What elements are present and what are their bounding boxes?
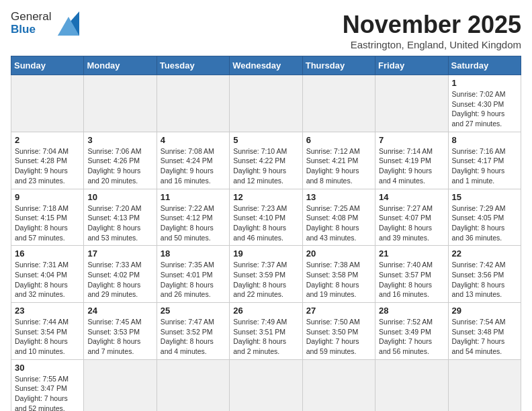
- day-number: 8: [452, 135, 517, 145]
- weekday-header-tuesday: Tuesday: [157, 56, 229, 75]
- day-info: Sunrise: 7:35 AMSunset: 4:01 PMDaylight:…: [161, 260, 226, 300]
- calendar-cell: [84, 75, 157, 132]
- calendar-cell: 30Sunrise: 7:55 AMSunset: 3:47 PMDayligh…: [11, 359, 84, 411]
- calendar-cell: 11Sunrise: 7:22 AMSunset: 4:12 PMDayligh…: [157, 189, 229, 246]
- calendar-cell: 23Sunrise: 7:44 AMSunset: 3:54 PMDayligh…: [11, 303, 84, 360]
- week-row-2: 9Sunrise: 7:18 AMSunset: 4:15 PMDaylight…: [11, 189, 521, 246]
- day-info: Sunrise: 7:45 AMSunset: 3:53 PMDaylight:…: [87, 317, 152, 357]
- calendar-cell: 5Sunrise: 7:10 AMSunset: 4:22 PMDaylight…: [230, 132, 302, 189]
- calendar-cell: 7Sunrise: 7:14 AMSunset: 4:19 PMDaylight…: [375, 132, 448, 189]
- day-info: Sunrise: 7:25 AMSunset: 4:08 PMDaylight:…: [306, 203, 371, 243]
- day-info: Sunrise: 7:33 AMSunset: 4:02 PMDaylight:…: [87, 260, 152, 300]
- day-info: Sunrise: 7:12 AMSunset: 4:21 PMDaylight:…: [306, 146, 371, 186]
- day-number: 28: [379, 306, 444, 316]
- day-number: 6: [306, 135, 371, 145]
- day-number: 4: [161, 135, 226, 145]
- day-number: 29: [452, 306, 517, 316]
- calendar-cell: [448, 359, 521, 411]
- weekday-header-thursday: Thursday: [302, 56, 375, 75]
- day-number: 10: [87, 192, 152, 202]
- day-info: Sunrise: 7:50 AMSunset: 3:50 PMDaylight:…: [306, 317, 371, 357]
- calendar-cell: 1Sunrise: 7:02 AMSunset: 4:30 PMDaylight…: [448, 75, 521, 132]
- day-number: 3: [87, 135, 152, 145]
- day-info: Sunrise: 7:44 AMSunset: 3:54 PMDaylight:…: [15, 317, 80, 357]
- calendar-cell: [375, 75, 448, 132]
- day-number: 2: [15, 135, 80, 145]
- weekday-header-sunday: Sunday: [11, 56, 84, 75]
- day-info: Sunrise: 7:55 AMSunset: 3:47 PMDaylight:…: [15, 374, 80, 411]
- logo: General Blue: [11, 11, 79, 36]
- day-number: 12: [233, 192, 298, 202]
- calendar-cell: 27Sunrise: 7:50 AMSunset: 3:50 PMDayligh…: [302, 303, 375, 360]
- calendar-table: SundayMondayTuesdayWednesdayThursdayFrid…: [11, 56, 521, 411]
- calendar-cell: 18Sunrise: 7:35 AMSunset: 4:01 PMDayligh…: [157, 246, 229, 303]
- calendar-cell: 16Sunrise: 7:31 AMSunset: 4:04 PMDayligh…: [11, 246, 84, 303]
- title-area: November 2025 Eastrington, England, Unit…: [343, 11, 521, 50]
- week-row-5: 30Sunrise: 7:55 AMSunset: 3:47 PMDayligh…: [11, 359, 521, 411]
- day-number: 1: [452, 78, 517, 88]
- logo-icon: [55, 11, 79, 36]
- calendar-cell: [230, 75, 302, 132]
- day-number: 18: [161, 248, 226, 259]
- day-number: 26: [233, 306, 298, 316]
- day-info: Sunrise: 7:27 AMSunset: 4:07 PMDaylight:…: [379, 203, 444, 243]
- calendar-cell: 17Sunrise: 7:33 AMSunset: 4:02 PMDayligh…: [84, 246, 157, 303]
- day-number: 14: [379, 192, 444, 202]
- location: Eastrington, England, United Kingdom: [343, 39, 521, 50]
- weekday-header-monday: Monday: [84, 56, 157, 75]
- calendar-cell: [375, 359, 448, 411]
- day-info: Sunrise: 7:22 AMSunset: 4:12 PMDaylight:…: [161, 203, 226, 243]
- day-info: Sunrise: 7:38 AMSunset: 3:58 PMDaylight:…: [306, 260, 371, 300]
- day-info: Sunrise: 7:23 AMSunset: 4:10 PMDaylight:…: [233, 203, 298, 243]
- calendar-cell: [230, 359, 302, 411]
- day-info: Sunrise: 7:20 AMSunset: 4:13 PMDaylight:…: [87, 203, 152, 243]
- calendar-cell: 12Sunrise: 7:23 AMSunset: 4:10 PMDayligh…: [230, 189, 302, 246]
- day-info: Sunrise: 7:52 AMSunset: 3:49 PMDaylight:…: [379, 317, 444, 357]
- day-number: 13: [306, 192, 371, 202]
- calendar-cell: 4Sunrise: 7:08 AMSunset: 4:24 PMDaylight…: [157, 132, 229, 189]
- day-number: 25: [161, 306, 226, 316]
- day-number: 30: [15, 363, 80, 373]
- weekday-header-wednesday: Wednesday: [230, 56, 302, 75]
- day-number: 9: [15, 192, 80, 202]
- week-row-1: 2Sunrise: 7:04 AMSunset: 4:28 PMDaylight…: [11, 132, 521, 189]
- day-info: Sunrise: 7:29 AMSunset: 4:05 PMDaylight:…: [452, 203, 517, 243]
- page-header: General Blue November 2025 Eastrington, …: [11, 11, 521, 50]
- logo-text: General Blue: [11, 11, 51, 36]
- calendar-cell: [157, 359, 229, 411]
- weekday-header-saturday: Saturday: [448, 56, 521, 75]
- calendar-cell: [157, 75, 229, 132]
- day-info: Sunrise: 7:54 AMSunset: 3:48 PMDaylight:…: [452, 317, 517, 357]
- day-number: 11: [161, 192, 226, 202]
- weekday-header-friday: Friday: [375, 56, 448, 75]
- calendar-cell: 21Sunrise: 7:40 AMSunset: 3:57 PMDayligh…: [375, 246, 448, 303]
- day-info: Sunrise: 7:47 AMSunset: 3:52 PMDaylight:…: [161, 317, 226, 357]
- calendar-cell: [302, 75, 375, 132]
- calendar-cell: 29Sunrise: 7:54 AMSunset: 3:48 PMDayligh…: [448, 303, 521, 360]
- calendar-cell: 9Sunrise: 7:18 AMSunset: 4:15 PMDaylight…: [11, 189, 84, 246]
- day-number: 22: [452, 248, 517, 259]
- calendar-cell: 22Sunrise: 7:42 AMSunset: 3:56 PMDayligh…: [448, 246, 521, 303]
- calendar-cell: 15Sunrise: 7:29 AMSunset: 4:05 PMDayligh…: [448, 189, 521, 246]
- calendar-cell: 13Sunrise: 7:25 AMSunset: 4:08 PMDayligh…: [302, 189, 375, 246]
- day-info: Sunrise: 7:08 AMSunset: 4:24 PMDaylight:…: [161, 146, 226, 186]
- calendar-cell: 6Sunrise: 7:12 AMSunset: 4:21 PMDaylight…: [302, 132, 375, 189]
- calendar-cell: 2Sunrise: 7:04 AMSunset: 4:28 PMDaylight…: [11, 132, 84, 189]
- weekday-header-row: SundayMondayTuesdayWednesdayThursdayFrid…: [11, 56, 521, 75]
- calendar-cell: 24Sunrise: 7:45 AMSunset: 3:53 PMDayligh…: [84, 303, 157, 360]
- day-number: 15: [452, 192, 517, 202]
- calendar-cell: 20Sunrise: 7:38 AMSunset: 3:58 PMDayligh…: [302, 246, 375, 303]
- day-info: Sunrise: 7:37 AMSunset: 3:59 PMDaylight:…: [233, 260, 298, 300]
- day-info: Sunrise: 7:42 AMSunset: 3:56 PMDaylight:…: [452, 260, 517, 300]
- calendar-cell: 10Sunrise: 7:20 AMSunset: 4:13 PMDayligh…: [84, 189, 157, 246]
- day-number: 27: [306, 306, 371, 316]
- day-info: Sunrise: 7:16 AMSunset: 4:17 PMDaylight:…: [452, 146, 517, 186]
- day-info: Sunrise: 7:10 AMSunset: 4:22 PMDaylight:…: [233, 146, 298, 186]
- calendar-cell: 14Sunrise: 7:27 AMSunset: 4:07 PMDayligh…: [375, 189, 448, 246]
- day-number: 19: [233, 248, 298, 259]
- week-row-4: 23Sunrise: 7:44 AMSunset: 3:54 PMDayligh…: [11, 303, 521, 360]
- day-info: Sunrise: 7:40 AMSunset: 3:57 PMDaylight:…: [379, 260, 444, 300]
- day-number: 21: [379, 248, 444, 259]
- day-info: Sunrise: 7:18 AMSunset: 4:15 PMDaylight:…: [15, 203, 80, 243]
- calendar-cell: 3Sunrise: 7:06 AMSunset: 4:26 PMDaylight…: [84, 132, 157, 189]
